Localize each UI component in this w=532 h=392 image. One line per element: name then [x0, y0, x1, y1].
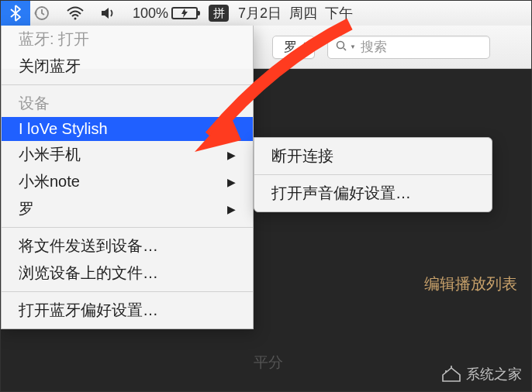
svg-point-1: [74, 18, 77, 20]
watermark: 系统之家: [441, 365, 522, 383]
background-text: 平分: [254, 352, 283, 373]
search-icon: [336, 40, 347, 53]
svg-point-2: [337, 42, 344, 49]
menu-separator: [254, 174, 492, 175]
bluetooth-icon: [9, 5, 22, 22]
battery-percent: 100%: [133, 5, 168, 22]
edit-playlist-button[interactable]: 编辑播放列表: [424, 273, 517, 294]
menubar: 100% 拼 7月2日 周四 下午: [1, 1, 531, 26]
chevron-down-icon: ▼: [350, 43, 356, 50]
browse-files-item[interactable]: 浏览设备上的文件…: [2, 260, 253, 287]
menu-separator: [2, 84, 253, 85]
menu-separator: [2, 227, 253, 228]
disconnect-item[interactable]: 断开连接: [254, 143, 492, 170]
submenu-arrow-icon: ▶: [227, 149, 236, 161]
open-sound-prefs-item[interactable]: 打开声音偏好设置…: [254, 180, 492, 207]
devices-header: 设备: [2, 90, 253, 117]
device-item-xiaomi-phone[interactable]: 小米手机 ▶: [2, 141, 253, 168]
wifi-icon[interactable]: [66, 6, 85, 20]
menubar-date[interactable]: 7月2日 周四 下午: [238, 4, 353, 22]
bluetooth-status-label: 蓝牙: 打开: [2, 26, 253, 53]
send-file-item[interactable]: 将文件发送到设备…: [2, 232, 253, 260]
menu-separator: [2, 291, 253, 292]
search-input[interactable]: ▼ 搜索: [327, 36, 490, 59]
device-submenu: 断开连接 打开声音偏好设置…: [254, 137, 492, 212]
updown-caret-icon: ▲▼: [302, 42, 308, 52]
svg-line-3: [344, 48, 346, 50]
battery-icon[interactable]: [171, 7, 198, 19]
bluetooth-dropdown-menu: 蓝牙: 打开 关闭蓝牙 设备 I loVe Stylish ▶ 小米手机 ▶ 小…: [1, 26, 254, 329]
submenu-arrow-icon: ▶: [227, 123, 236, 136]
volume-icon[interactable]: [100, 6, 117, 20]
input-method-icon[interactable]: 拼: [209, 5, 229, 22]
watermark-logo-icon: [441, 366, 461, 383]
category-dropdown[interactable]: 罗 ▲▼: [272, 36, 315, 59]
bluetooth-menubar-button[interactable]: [1, 1, 30, 26]
device-item-luo[interactable]: 罗 ▶: [2, 195, 253, 222]
open-bluetooth-prefs-item[interactable]: 打开蓝牙偏好设置…: [2, 297, 253, 324]
submenu-arrow-icon: ▶: [227, 176, 236, 188]
device-item-xiaomi-note[interactable]: 小米note ▶: [2, 168, 253, 195]
device-item-stylish[interactable]: I loVe Stylish ▶: [2, 117, 253, 141]
search-placeholder: 搜索: [361, 38, 387, 56]
time-machine-icon[interactable]: [33, 5, 50, 22]
turn-off-bluetooth-item[interactable]: 关闭蓝牙: [2, 53, 253, 80]
submenu-arrow-icon: ▶: [227, 203, 236, 215]
dropdown-label: 罗: [284, 38, 297, 56]
